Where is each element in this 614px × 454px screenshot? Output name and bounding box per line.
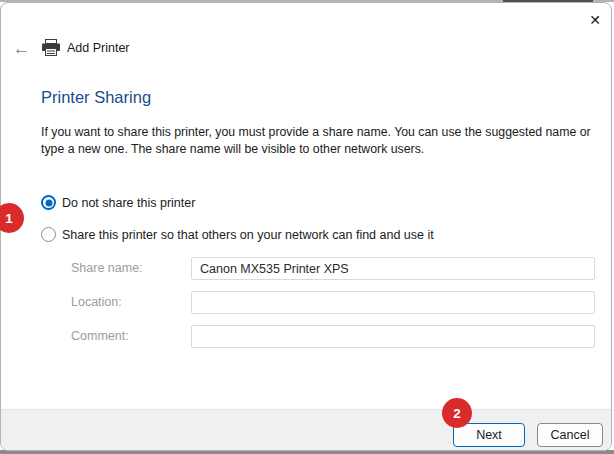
form-row-location: Location: bbox=[1, 291, 612, 314]
description-text: If you want to share this printer, you m… bbox=[41, 124, 593, 158]
radio-option-share[interactable]: Share this printer so that others on you… bbox=[41, 227, 434, 242]
form-row-comment: Comment: bbox=[1, 325, 612, 348]
dialog-navbar: ← Add Printer bbox=[13, 37, 130, 59]
next-button[interactable]: Next bbox=[453, 423, 525, 447]
close-icon: ✕ bbox=[589, 12, 601, 28]
form-row-share-name: Share name: bbox=[1, 257, 612, 280]
radio-label: Share this printer so that others on you… bbox=[62, 228, 434, 242]
comment-input[interactable] bbox=[191, 325, 595, 348]
radio-label: Do not share this printer bbox=[62, 196, 195, 210]
annotation-badge-2: 2 bbox=[442, 398, 472, 428]
share-name-label: Share name: bbox=[71, 261, 143, 275]
dialog-title: Add Printer bbox=[67, 41, 130, 55]
location-label: Location: bbox=[71, 295, 122, 309]
dialog-footer: Next Cancel bbox=[1, 409, 612, 450]
share-name-input[interactable] bbox=[191, 257, 595, 280]
page-title: Printer Sharing bbox=[41, 88, 151, 107]
printer-icon bbox=[41, 39, 61, 57]
close-button[interactable]: ✕ bbox=[581, 7, 609, 33]
cancel-button[interactable]: Cancel bbox=[537, 423, 603, 447]
comment-label: Comment: bbox=[71, 329, 129, 343]
radio-option-do-not-share[interactable]: Do not share this printer bbox=[41, 195, 195, 210]
add-printer-dialog: ✕ ← Add Printer Printer Sharing If you w… bbox=[0, 2, 612, 451]
screenshot-stage: ✕ ← Add Printer Printer Sharing If you w… bbox=[0, 0, 614, 454]
back-button[interactable]: ← bbox=[13, 40, 35, 57]
location-input[interactable] bbox=[191, 291, 595, 314]
radio-button-share[interactable] bbox=[41, 227, 56, 242]
radio-button-do-not-share[interactable] bbox=[41, 195, 56, 210]
back-arrow-icon: ← bbox=[13, 39, 30, 58]
